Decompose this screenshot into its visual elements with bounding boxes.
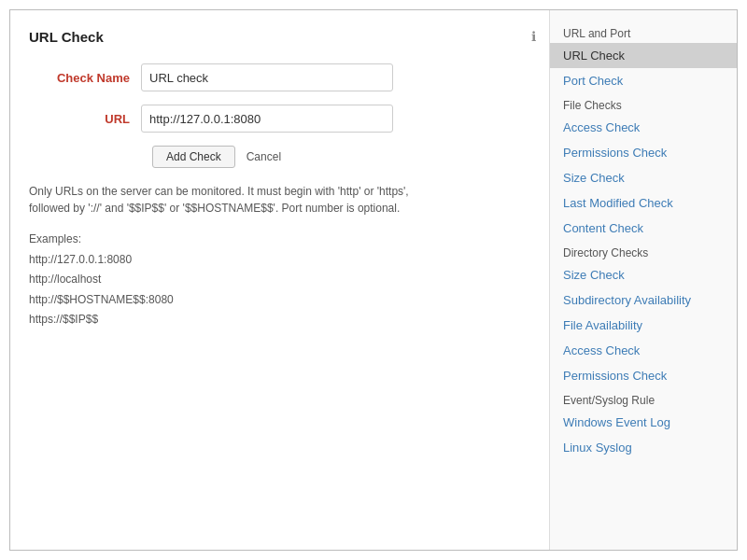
cancel-button[interactable]: Cancel	[243, 147, 285, 167]
example-item-2: http://$$HOSTNAME$$:8080	[29, 290, 530, 311]
sidebar-item-file-permissions-check[interactable]: Permissions Check	[550, 140, 737, 165]
sidebar-item-file-content-check[interactable]: Content Check	[550, 216, 737, 241]
check-name-label: Check Name	[29, 71, 141, 85]
sidebar-item-dir-access-check[interactable]: Access Check	[550, 338, 737, 363]
info-text: Only URLs on the server can be monitored…	[29, 183, 421, 217]
sidebar-section-label-0: URL and Port	[550, 21, 737, 43]
url-input[interactable]	[141, 105, 393, 133]
check-name-row: Check Name	[29, 63, 530, 91]
sidebar-item-file-last-modified-check[interactable]: Last Modified Check	[550, 190, 737, 216]
sidebar-item-port-check[interactable]: Port Check	[550, 68, 737, 93]
page-title: URL Check	[29, 29, 530, 45]
example-item-0: http://127.0.0.1:8080	[29, 250, 530, 271]
sidebar-item-windows-event-log[interactable]: Windows Event Log	[550, 410, 737, 435]
info-icon[interactable]: ℹ	[531, 29, 536, 44]
button-row: Add Check Cancel	[152, 146, 530, 168]
examples-label: Examples:	[29, 232, 81, 245]
example-item-1: http://localhost	[29, 270, 530, 290]
url-row: URL	[29, 105, 530, 133]
sidebar-item-linux-syslog[interactable]: Linux Syslog	[550, 435, 737, 460]
examples-section: Examples: http://127.0.0.1:8080 http://l…	[29, 230, 530, 330]
right-sidebar: URL and PortURL CheckPort CheckFile Chec…	[550, 10, 737, 550]
add-check-button[interactable]: Add Check	[152, 146, 235, 168]
url-label: URL	[29, 112, 141, 126]
sidebar-section-label-1: File Checks	[550, 93, 737, 115]
example-item-3: https://$$IP$$	[29, 310, 530, 330]
sidebar-item-file-access-check[interactable]: Access Check	[550, 115, 737, 140]
sidebar-item-dir-size-check[interactable]: Size Check	[550, 262, 737, 287]
sidebar-item-dir-subdirectory-availability[interactable]: Subdirectory Availability	[550, 287, 737, 313]
sidebar-section-label-3: Event/Syslog Rule	[550, 388, 737, 410]
sidebar-section-label-2: Directory Checks	[550, 241, 737, 262]
sidebar-item-url-check[interactable]: URL Check	[550, 43, 737, 68]
sidebar-item-dir-permissions-check[interactable]: Permissions Check	[550, 363, 737, 388]
check-name-input[interactable]	[141, 63, 393, 91]
sidebar-item-file-size-check[interactable]: Size Check	[550, 165, 737, 190]
left-panel: URL Check ℹ Check Name URL Add Check Can…	[10, 10, 550, 550]
sidebar-item-dir-file-availability[interactable]: File Availability	[550, 313, 737, 338]
